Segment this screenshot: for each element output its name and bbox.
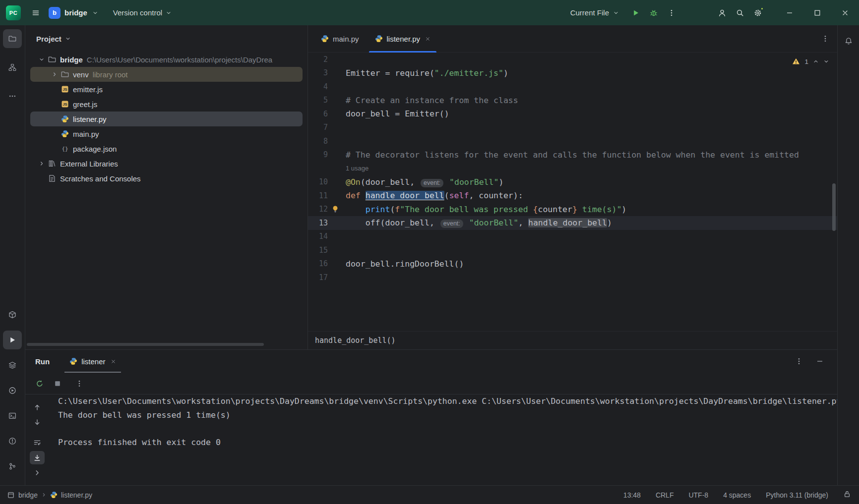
- inlay-hint[interactable]: event:: [440, 220, 463, 228]
- tool-window-services-button[interactable]: [3, 356, 22, 375]
- tool-window-more-tool-windows-button[interactable]: [3, 87, 22, 106]
- code-line-11: 11def handle_door_bell(self, counter):: [308, 189, 837, 203]
- usages-hint[interactable]: 1 usage: [343, 165, 368, 172]
- tool-window-run-button[interactable]: [3, 331, 22, 349]
- status-encoding[interactable]: UTF-8: [688, 491, 708, 499]
- tool-window-problems-button[interactable]: [3, 432, 22, 450]
- minimize-button[interactable]: [776, 0, 803, 25]
- more-horiz-icon: [8, 92, 16, 100]
- hide-run-panel-button[interactable]: [812, 354, 827, 369]
- project-widget-icon: [7, 491, 15, 499]
- minimize-icon: [816, 357, 824, 365]
- python-icon: [321, 35, 329, 43]
- code-editor[interactable]: 1 23Emitter = require("./emitter.js")45#…: [308, 53, 837, 331]
- stop-button[interactable]: [50, 376, 65, 391]
- notifications-button[interactable]: [840, 32, 858, 50]
- run-button[interactable]: [627, 4, 645, 22]
- inspections-widget[interactable]: 1: [792, 57, 829, 65]
- editor-breadcrumb[interactable]: handle_door_bell(): [308, 331, 837, 349]
- left-toolwindow-strip: [0, 25, 25, 485]
- close-tab-icon[interactable]: [425, 36, 430, 42]
- editor-tab-main-py[interactable]: main.py: [313, 25, 367, 52]
- tool-window-project-button[interactable]: [3, 29, 22, 48]
- line-number: 15: [308, 246, 328, 255]
- run-panel-options-button[interactable]: [792, 354, 806, 369]
- status-line-separator[interactable]: CRLF: [656, 491, 674, 499]
- tool-window-python-packages-button[interactable]: [3, 305, 22, 324]
- line-number: 4: [308, 82, 328, 91]
- tree-chevron-down-icon[interactable]: [35, 56, 48, 62]
- console-soft-wrap-button[interactable]: [30, 436, 45, 449]
- line-number: 10: [308, 177, 328, 186]
- next-problem-icon[interactable]: [823, 58, 829, 64]
- run-tool-window: Run listener: [25, 349, 837, 485]
- chevron-down-icon: [166, 10, 172, 16]
- project-tree-item-scratches-and-consoles[interactable]: Scratches and Consoles: [30, 171, 303, 186]
- folder-icon: [61, 70, 69, 78]
- run-more-button[interactable]: [72, 376, 87, 391]
- run-header: Run listener: [25, 350, 837, 373]
- search-everywhere-button[interactable]: [731, 4, 749, 22]
- inlay-hint[interactable]: event:: [421, 179, 443, 187]
- prev-problem-icon[interactable]: [813, 58, 819, 64]
- vcs-menu[interactable]: Version control: [113, 8, 172, 17]
- console-output[interactable]: C:\Users\User\Documents\workstation\proj…: [49, 394, 837, 485]
- project-tree-item-bridge[interactable]: bridgeC:\Users\User\Documents\workstatio…: [30, 52, 303, 67]
- pycharm-window: PC b bridge Version control Current File: [0, 0, 859, 504]
- horizontal-scrollbar[interactable]: [27, 343, 264, 346]
- line-number: 3: [308, 68, 328, 77]
- console-line: C:\Users\User\Documents\workstation\proj…: [58, 394, 837, 408]
- settings-button[interactable]: [749, 4, 767, 22]
- tool-window-structure-button[interactable]: [3, 58, 22, 77]
- tree-chevron-right-icon[interactable]: [48, 71, 61, 77]
- status-project[interactable]: bridge: [18, 491, 38, 499]
- project-tree-item-venv[interactable]: venvlibrary root: [30, 67, 303, 82]
- maximize-button[interactable]: [803, 0, 831, 25]
- status-readonly-toggle[interactable]: [843, 490, 851, 500]
- project-selector[interactable]: b bridge: [49, 7, 98, 19]
- status-cursor-position[interactable]: 13:48: [623, 491, 641, 499]
- tool-window-version-control-button[interactable]: [3, 457, 22, 476]
- title-bar: PC b bridge Version control Current File: [0, 0, 859, 25]
- run-tab-listener[interactable]: listener: [63, 350, 122, 373]
- status-interpreter[interactable]: Python 3.11 (bridge): [766, 491, 828, 499]
- tree-item-suffix: library root: [93, 70, 128, 79]
- line-number: 2: [308, 55, 328, 64]
- project-tree-item-listener.py[interactable]: listener.py: [30, 112, 303, 126]
- intention-bulb-icon[interactable]: [331, 205, 339, 213]
- project-tree-item-main.py[interactable]: main.py: [30, 126, 303, 141]
- code-hint-row: 1 usage: [308, 162, 837, 175]
- hamburger-icon: [32, 9, 40, 17]
- console-next-occurrence-button[interactable]: [30, 416, 45, 430]
- arrow-up-icon: [33, 403, 41, 411]
- debug-button[interactable]: [645, 4, 663, 22]
- close-button[interactable]: [831, 0, 859, 25]
- main-menu-button[interactable]: [27, 4, 45, 22]
- close-run-tab-icon[interactable]: [111, 359, 116, 364]
- status-file[interactable]: listener.py: [61, 491, 92, 499]
- line-number: 16: [308, 259, 328, 268]
- project-panel-header[interactable]: Project: [25, 25, 307, 52]
- project-tree-item-external-libraries[interactable]: External Libraries: [30, 156, 303, 171]
- more-run-options-button[interactable]: [663, 4, 680, 22]
- project-tree-item-emitter.js[interactable]: JSemitter.js: [30, 82, 303, 97]
- run-config-label: Current File: [570, 8, 609, 17]
- run-toolbar: [25, 373, 837, 394]
- code-with-me-button[interactable]: [713, 4, 731, 22]
- console-scroll-to-end-button[interactable]: [30, 451, 45, 465]
- tab-options-icon[interactable]: [821, 35, 829, 43]
- editor-tab-bar: main.pylistener.py: [308, 25, 837, 53]
- editor-tab-listener-py[interactable]: listener.py: [367, 25, 439, 52]
- tool-window-run-anything-button[interactable]: [3, 381, 22, 400]
- run-config-selector[interactable]: Current File: [570, 8, 619, 17]
- status-indent[interactable]: 4 spaces: [723, 491, 751, 499]
- project-tree-item-greet.js[interactable]: JSgreet.js: [30, 97, 303, 112]
- vertical-scrollbar[interactable]: [832, 183, 836, 231]
- line-number: 6: [308, 110, 328, 118]
- rerun-button[interactable]: [32, 376, 47, 391]
- tree-chevron-right-icon[interactable]: [35, 161, 48, 167]
- tool-window-terminal-button[interactable]: [3, 406, 22, 425]
- console-prev-occurrence-button[interactable]: [30, 400, 45, 414]
- project-tree-item-package.json[interactable]: {}package.json: [30, 141, 303, 156]
- console-expand-button[interactable]: [30, 466, 45, 480]
